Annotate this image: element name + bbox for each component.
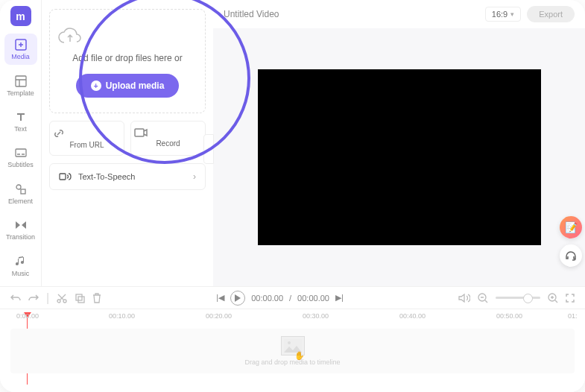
sidebar-item-label: Text (14, 125, 27, 133)
tick: 00:20.00 (206, 312, 232, 320)
camera-icon (134, 127, 202, 138)
transition-icon (14, 218, 28, 232)
note-icon: 📝 (565, 221, 578, 233)
tts-label: Text-To-Speech (78, 172, 135, 181)
svg-point-14 (288, 341, 291, 344)
text-to-speech-button[interactable]: Text-To-Speech › (49, 163, 206, 190)
timeline[interactable]: 0:00.00 00:10.00 00:20.00 00:30.00 00:40… (0, 309, 585, 392)
sidebar: m Media Template Text Subtitles Element (0, 0, 42, 286)
svg-rect-4 (21, 189, 25, 194)
app-logo: m (10, 6, 31, 26)
next-frame-button[interactable]: ▶| (335, 293, 344, 303)
sidebar-item-music[interactable]: Music (4, 250, 37, 282)
grab-cursor-icon: ✋ (294, 351, 305, 361)
sidebar-item-label: Element (8, 197, 33, 205)
fit-button[interactable] (566, 294, 575, 303)
sidebar-item-template[interactable]: Template (4, 69, 37, 101)
svg-rect-6 (60, 174, 66, 180)
sidebar-item-transition[interactable]: Transition (4, 214, 37, 245)
video-canvas[interactable] (258, 69, 541, 245)
upload-media-button[interactable]: + Upload media (76, 74, 180, 98)
tick: 00:30.00 (303, 312, 329, 320)
cut-button[interactable] (57, 293, 67, 303)
chevron-right-icon: › (193, 171, 196, 182)
zoom-out-button[interactable] (478, 293, 488, 303)
svg-rect-9 (76, 294, 82, 300)
zoom-in-button[interactable] (548, 293, 558, 303)
timeline-hint: Drag and drop media to timeline (244, 358, 340, 366)
tick: 01: (568, 312, 578, 320)
svg-rect-5 (135, 129, 144, 136)
timeline-track[interactable]: Drag and drop media to timeline ✋ (10, 329, 575, 373)
zoom-slider[interactable] (496, 297, 540, 299)
svg-rect-10 (78, 297, 84, 303)
feedback-button[interactable]: 📝 (560, 216, 582, 238)
svg-rect-1 (16, 76, 26, 86)
aspect-ratio-select[interactable]: 16:9 ▾ (485, 7, 521, 22)
sidebar-item-label: Music (12, 270, 30, 277)
tick: 00:50.00 (496, 312, 522, 320)
preview-area: Untitled Video 16:9 ▾ Export (213, 0, 585, 286)
export-button[interactable]: Export (527, 6, 575, 22)
svg-rect-2 (16, 149, 26, 157)
undo-button[interactable] (10, 293, 21, 303)
tick: 0:00.00 (16, 312, 39, 320)
sidebar-item-subtitles[interactable]: Subtitles (4, 142, 37, 173)
svg-point-3 (16, 185, 21, 189)
svg-point-7 (57, 300, 60, 303)
volume-button[interactable] (458, 293, 470, 303)
sidebar-item-label: Subtitles (7, 161, 34, 168)
sidebar-item-label: Media (11, 53, 30, 60)
project-title[interactable]: Untitled Video (224, 9, 279, 19)
tick: 00:40.00 (399, 312, 426, 320)
headset-icon (565, 250, 577, 262)
sidebar-item-label: Template (7, 89, 34, 97)
controls-bar: | |◀ 00:00.00 / 00:00.00 ▶| (0, 286, 585, 309)
svg-point-8 (63, 300, 66, 303)
plus-circle-icon: + (91, 80, 101, 91)
upload-hint: Add file or drop files here or (57, 53, 197, 63)
layout-icon (14, 75, 28, 88)
upload-button-label: Upload media (106, 80, 165, 91)
sidebar-item-text[interactable]: Text (4, 106, 37, 137)
music-icon (14, 255, 28, 268)
sidebar-item-element[interactable]: Element (4, 178, 37, 209)
prev-frame-button[interactable]: |◀ (216, 293, 224, 303)
plus-square-icon (14, 38, 28, 51)
current-time: 00:00.00 (251, 294, 283, 303)
link-icon (53, 127, 121, 139)
play-button[interactable] (230, 291, 245, 306)
from-url-button[interactable]: From URL (49, 121, 124, 156)
copy-button[interactable] (75, 293, 85, 303)
record-button[interactable]: Record (130, 121, 206, 156)
panel-collapse-handle[interactable]: ‹ (203, 134, 214, 164)
cloud-upload-icon (57, 28, 197, 47)
shapes-icon (14, 183, 28, 196)
support-button[interactable] (560, 244, 582, 267)
text-icon (14, 110, 28, 124)
speech-icon (59, 171, 72, 182)
delete-button[interactable] (92, 293, 101, 303)
timeline-ruler[interactable]: 0:00.00 00:10.00 00:20.00 00:30.00 00:40… (10, 312, 575, 326)
subtitles-icon (14, 146, 28, 159)
redo-button[interactable] (28, 293, 39, 303)
total-duration: 00:00.00 (297, 294, 329, 303)
chevron-down-icon: ▾ (510, 10, 514, 18)
sidebar-item-label: Transition (6, 233, 35, 241)
tick: 00:10.00 (109, 312, 135, 320)
upload-dropzone[interactable]: Add file or drop files here or + Upload … (49, 9, 206, 113)
media-panel: Add file or drop files here or + Upload … (42, 0, 213, 286)
from-url-label: From URL (53, 141, 121, 149)
sidebar-item-media[interactable]: Media (4, 34, 37, 65)
record-label: Record (134, 139, 202, 148)
